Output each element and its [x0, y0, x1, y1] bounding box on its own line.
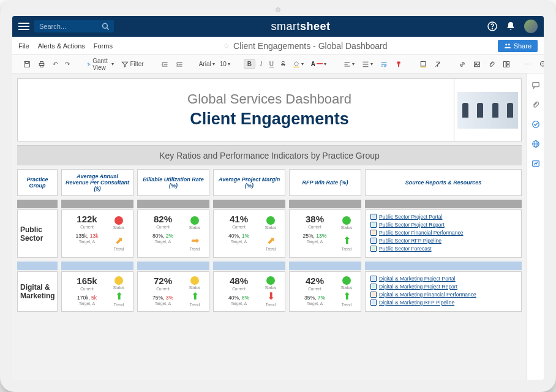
- source-link[interactable]: Public Sector Financial Performance: [370, 230, 516, 236]
- italic-button[interactable]: I: [258, 59, 265, 69]
- strike-button[interactable]: S: [279, 59, 288, 69]
- svg-rect-31: [504, 61, 506, 67]
- spacer-row: [17, 262, 522, 270]
- source-link[interactable]: Public Sector RFP Pipeline: [370, 238, 516, 244]
- format-icon[interactable]: [393, 59, 405, 69]
- bold-button[interactable]: B: [244, 59, 255, 69]
- source-link[interactable]: Public Sector Project Report: [370, 222, 516, 228]
- data-row: Digital & Marketing 165k Current 170k, 5…: [17, 271, 522, 312]
- redo-icon[interactable]: ↷: [62, 59, 72, 69]
- svg-point-0: [102, 23, 107, 28]
- source-icon: [370, 238, 377, 244]
- avatar[interactable]: [524, 20, 538, 33]
- search-icon[interactable]: [102, 22, 109, 31]
- metric-target-label: Target, Δ: [141, 239, 184, 244]
- col-margin: Average Project Margin (%): [213, 169, 285, 196]
- help-icon[interactable]: [487, 21, 497, 31]
- text-color-icon[interactable]: A▾: [309, 59, 329, 69]
- more-icon[interactable]: ⋯: [522, 59, 533, 69]
- menu-file[interactable]: File: [18, 42, 29, 50]
- metric-current: 41%: [217, 214, 260, 224]
- align-vertical-icon[interactable]: ▾: [359, 59, 375, 69]
- status-dot: [266, 216, 275, 225]
- metric-current-label: Current: [217, 225, 260, 229]
- topbar: smartsheet: [12, 16, 544, 37]
- col-rfp: RFP Win Rate (%): [289, 169, 361, 196]
- metric-current-label: Current: [66, 287, 108, 291]
- menu-forms[interactable]: Forms: [94, 42, 113, 50]
- zoom-out-icon[interactable]: [537, 59, 544, 69]
- comment-icon[interactable]: [532, 81, 540, 89]
- status-label: Status: [184, 285, 205, 290]
- right-rail: [527, 74, 544, 380]
- svg-rect-42: [532, 83, 539, 87]
- svg-rect-10: [40, 65, 43, 67]
- bell-icon[interactable]: [506, 21, 516, 31]
- metric-current: 48%: [217, 276, 260, 286]
- indent-out-icon[interactable]: [159, 59, 171, 69]
- search-wrap[interactable]: [34, 20, 114, 32]
- svg-point-4: [505, 43, 507, 45]
- undo-icon[interactable]: ↶: [50, 59, 60, 69]
- fill-color-icon[interactable]: ▾: [290, 59, 306, 69]
- doc-title-wrap: ☆ Client Engagements - Global Dashboard: [121, 41, 489, 51]
- status-label: Status: [260, 285, 281, 290]
- metric-target-label: Target, Δ: [293, 301, 336, 306]
- attach-icon[interactable]: [486, 59, 498, 69]
- filter-button[interactable]: Filter: [119, 59, 146, 69]
- share-button[interactable]: Share: [498, 40, 538, 52]
- metric-current-label: Current: [293, 225, 336, 229]
- source-link[interactable]: Public Sector Project Portal: [370, 214, 516, 220]
- link-icon[interactable]: [456, 59, 468, 69]
- status-dot: [190, 276, 199, 285]
- source-icon: [370, 246, 377, 252]
- globe-icon[interactable]: [532, 140, 540, 148]
- source-label: Digital & Marketing RFP Pipeline: [379, 300, 454, 306]
- print-icon[interactable]: [36, 59, 48, 69]
- proof-icon[interactable]: [532, 120, 540, 129]
- source-link[interactable]: Digital & Marketing RFP Pipeline: [370, 300, 516, 306]
- activity-icon[interactable]: [532, 159, 540, 168]
- menu-icon[interactable]: [18, 23, 29, 30]
- dashboard-content: Global Services Dashboard Client Engagem…: [12, 74, 527, 380]
- source-link[interactable]: Public Sector Forecast: [370, 246, 516, 252]
- metric-current-label: Current: [217, 287, 260, 291]
- column-headers: Practice Group Average Annual Revenue Pe…: [17, 169, 522, 196]
- menu-alerts[interactable]: Alerts & Actions: [38, 42, 85, 50]
- source-link[interactable]: Digital & Marketing Project Portal: [370, 276, 516, 282]
- source-link[interactable]: Digital & Marketing Project Report: [370, 284, 516, 290]
- search-input[interactable]: [39, 23, 102, 30]
- practice-name: Public Sector: [17, 209, 58, 258]
- align-left-icon[interactable]: ▾: [341, 59, 357, 69]
- save-icon[interactable]: [21, 59, 33, 69]
- attachment-icon[interactable]: [532, 100, 540, 109]
- metric-target-label: Target, Δ: [293, 239, 336, 244]
- star-icon[interactable]: ☆: [223, 42, 230, 50]
- metric-cell: 165k Current 170k, 5k Target, Δ Status ⬆…: [61, 271, 133, 312]
- metric-target-label: Target, Δ: [66, 301, 108, 306]
- highlight-icon[interactable]: [417, 59, 429, 69]
- wrap-text-icon[interactable]: [378, 59, 390, 69]
- font-select[interactable]: Arial▾: [198, 60, 216, 68]
- metric-current-label: Current: [66, 225, 108, 229]
- gantt-view-button[interactable]: Gantt View▾: [85, 56, 116, 72]
- clear-format-icon[interactable]: [432, 59, 444, 69]
- source-label: Public Sector Financial Performance: [379, 230, 463, 236]
- indent-in-icon[interactable]: [173, 59, 186, 69]
- status-label: Status: [184, 225, 205, 230]
- metric-current-label: Current: [141, 287, 184, 291]
- metric-cell: 41% Current 40%, 1% Target, Δ Status ⬈Tr…: [213, 209, 285, 258]
- underline-button[interactable]: U: [267, 59, 276, 69]
- header-title: Client Engagements: [30, 110, 509, 129]
- metric-target: 35%, 7%: [293, 295, 336, 301]
- source-link[interactable]: Digital & Marketing Financial Performanc…: [370, 292, 516, 298]
- dashboard-subheader: Key Ratios and Performance Indicators by…: [17, 145, 522, 165]
- svg-rect-11: [88, 62, 89, 63]
- image-icon[interactable]: [471, 59, 483, 69]
- topbar-right: [487, 20, 538, 33]
- brand-logo: smartsheet: [119, 20, 483, 33]
- metric-target-label: Target, Δ: [217, 301, 260, 306]
- tabbar: File Alerts & Actions Forms ☆ Client Eng…: [12, 37, 544, 55]
- font-size-select[interactable]: 10▾: [219, 60, 231, 68]
- insert-icon[interactable]: [500, 59, 513, 69]
